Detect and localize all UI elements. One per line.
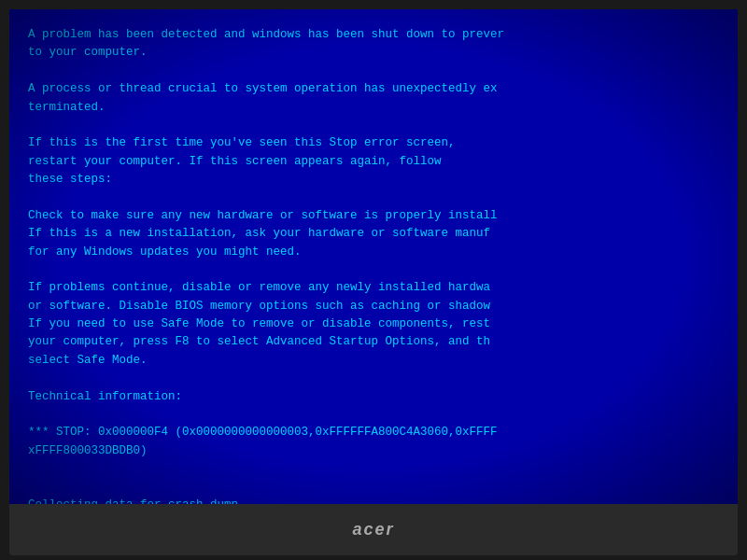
bsod-line: Technical information: [28, 388, 719, 406]
bsod-line: or software. Disable BIOS memory options… [28, 298, 719, 315]
bsod-line: your computer, press F8 to select Advanc… [28, 333, 719, 351]
bsod-line [28, 460, 719, 478]
bsod-line [28, 117, 719, 134]
bsod-line: select Safe Mode. [28, 352, 719, 370]
brand-label: acer [352, 520, 394, 539]
bsod-line: Check to make sure any new hardware or s… [28, 207, 719, 225]
bsod-line: If problems continue, disable or remove … [28, 279, 719, 297]
bsod-line [28, 370, 719, 387]
monitor-bottom-bar: acer [9, 504, 738, 555]
bsod-line: these steps: [28, 171, 719, 189]
bsod-line [28, 63, 719, 80]
bsod-line: A process or thread crucial to system op… [28, 80, 719, 98]
bsod-line: *** STOP: 0x000000F4 (0x0000000000000003… [28, 424, 719, 441]
bsod-line: for any Windows updates you might need. [28, 244, 719, 261]
bsod-text: A problem has been detected and windows … [28, 26, 719, 504]
bsod-line: If you need to use Safe Mode to remove o… [28, 315, 719, 333]
bsod-line: A problem has been detected and windows … [28, 26, 719, 44]
bsod-line: Collecting data for crash dump ... [28, 497, 719, 504]
bsod-line: xFFFF800033DBDB0) [28, 442, 719, 460]
bsod-line: If this is the first time you've seen th… [28, 134, 719, 152]
bsod-line: terminated. [28, 99, 719, 117]
bsod-line [28, 478, 719, 496]
bsod-line [28, 189, 719, 206]
bsod-line: restart your computer. If this screen ap… [28, 153, 719, 171]
bsod-line [28, 406, 719, 424]
monitor: A problem has been detected and windows … [0, 0, 747, 560]
bsod-line: If this is a new installation, ask your … [28, 225, 719, 243]
bsod-line [28, 261, 719, 279]
bsod-line: to your computer. [28, 44, 719, 62]
bsod-screen: A problem has been detected and windows … [9, 9, 738, 504]
